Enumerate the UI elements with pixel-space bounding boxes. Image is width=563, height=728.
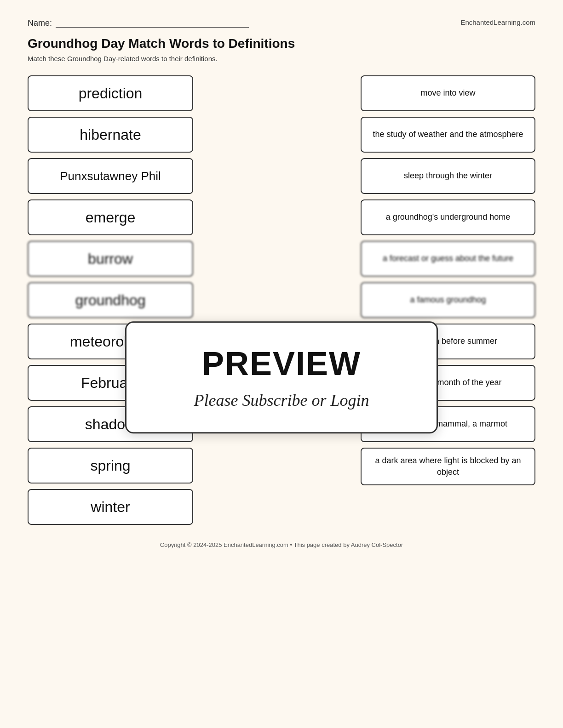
word-burrow: burrow bbox=[28, 241, 193, 277]
word-winter: winter bbox=[28, 489, 193, 525]
word-hibernate: hibernate bbox=[28, 117, 193, 153]
subtitle: Match these Groundhog Day-related words … bbox=[28, 55, 535, 63]
def-underground: a groundhog's underground home bbox=[361, 199, 535, 235]
word-spring: spring bbox=[28, 448, 193, 483]
site-name: EnchantedLearning.com bbox=[460, 18, 535, 26]
def-famous-groundhog: a famous groundhog bbox=[361, 282, 535, 318]
preview-subtitle: Please Subscribe or Login bbox=[154, 391, 409, 410]
def-forecast: a forecast or guess about the future bbox=[361, 241, 535, 277]
name-label: Name: bbox=[28, 18, 52, 28]
words-column: prediction hibernate Punxsutawney Phil e… bbox=[28, 75, 193, 525]
def-dark: a dark area where light is blocked by an… bbox=[361, 448, 535, 485]
def-weather: the study of weather and the atmosphere bbox=[361, 117, 535, 153]
preview-title: PREVIEW bbox=[154, 345, 409, 382]
def-sleep: sleep through the winter bbox=[361, 158, 535, 194]
header: Name: EnchantedLearning.com bbox=[28, 18, 535, 28]
def-move: move into view bbox=[361, 75, 535, 111]
name-field: Name: bbox=[28, 18, 249, 28]
word-prediction: prediction bbox=[28, 75, 193, 111]
word-emerge: emerge bbox=[28, 199, 193, 235]
definitions-column: move into view the study of weather and … bbox=[361, 75, 535, 525]
preview-overlay: PREVIEW Please Subscribe or Login bbox=[125, 321, 438, 433]
match-container: prediction hibernate Punxsutawney Phil e… bbox=[28, 75, 535, 525]
page-title: Groundhog Day Match Words to Definitions bbox=[28, 36, 535, 51]
footer: Copyright © 2024-2025 EnchantedLearning.… bbox=[28, 541, 535, 548]
word-groundhog: groundhog bbox=[28, 282, 193, 318]
word-punxsutawney: Punxsutawney Phil bbox=[28, 158, 193, 194]
name-underline bbox=[56, 19, 249, 28]
